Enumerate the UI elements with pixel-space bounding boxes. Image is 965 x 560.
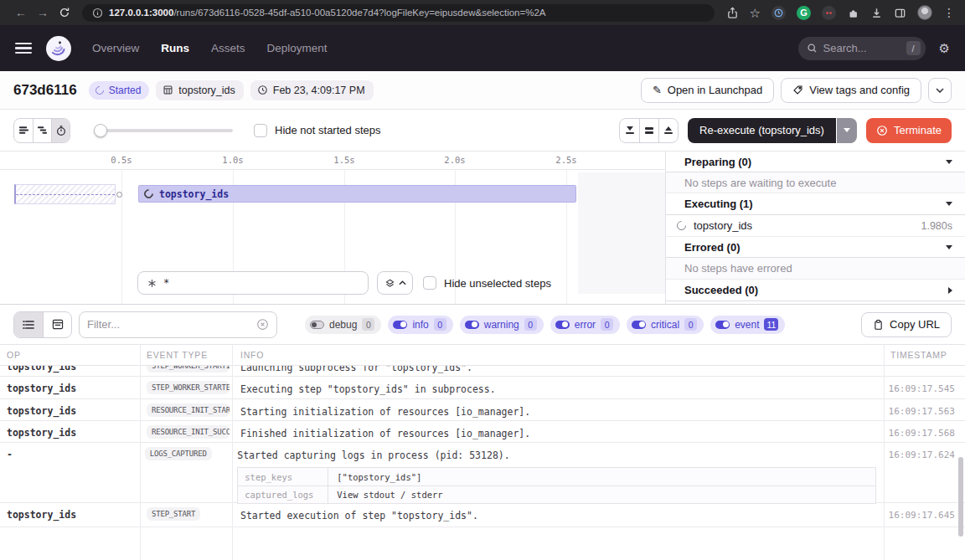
view-tags-config-button[interactable]: View tags and config <box>781 78 921 103</box>
log-toolbar: debug 0 info 0 warning 0 error 0 <box>0 305 965 344</box>
log-row[interactable]: topstory_ids RESOURCE_INIT_STAR… Startin… <box>0 399 965 421</box>
open-in-launchpad-button[interactable]: ✎ Open in Launchpad <box>641 78 774 103</box>
nav-runs[interactable]: Runs <box>161 42 189 54</box>
step-selector-input[interactable] <box>137 271 369 295</box>
log-row[interactable]: topstory_ids STEP_WORKER_STARTI… Launchi… <box>0 366 965 377</box>
gantt-chart: 0.5s 1.0s 1.5s 2.0s 2.5s topstory_ids <box>0 152 666 304</box>
layout-waterfall-icon[interactable] <box>33 119 51 142</box>
hide-not-started-checkbox[interactable]: Hide not started steps <box>254 124 380 137</box>
copy-url-button[interactable]: Copy URL <box>861 312 952 337</box>
search-placeholder: Search... <box>823 42 900 54</box>
executing-step-row[interactable]: topstory_ids 1.980s <box>666 215 965 237</box>
layout-flat-icon[interactable] <box>14 119 33 142</box>
site-info-icon[interactable] <box>92 8 103 18</box>
download-icon[interactable] <box>870 7 883 19</box>
hide-unselected-checkbox[interactable]: Hide unselected steps <box>423 271 551 295</box>
run-actions-dropdown-button[interactable] <box>928 78 952 103</box>
step-selector-value[interactable] <box>163 277 359 289</box>
browser-back-icon[interactable]: ← <box>10 6 32 19</box>
log-row[interactable]: topstory_ids RESOURCE_INIT_SUCC… Finishe… <box>0 421 965 443</box>
log-level-toggle-critical[interactable]: critical 0 <box>627 316 704 334</box>
main-nav: Overview Runs Assets Deployment <box>92 42 328 54</box>
job-tag[interactable]: topstory_ids <box>156 80 243 100</box>
gantt-canvas[interactable]: topstory_ids Hide unselected step <box>0 170 665 304</box>
gantt-time-axis: 0.5s 1.0s 1.5s 2.0s 2.5s <box>0 152 665 170</box>
log-row[interactable]: - LOGS_CAPTURED Started capturing logs i… <box>0 443 965 503</box>
log-table-header: OP EVENT TYPE INFO TIMESTAMP <box>0 344 965 366</box>
hamburger-menu-icon[interactable] <box>15 43 32 54</box>
section-preparing[interactable]: Preparing (0) <box>666 152 965 172</box>
section-executing[interactable]: Executing (1) <box>666 193 965 215</box>
log-level-toggle-error[interactable]: error 0 <box>550 316 620 334</box>
log-level-toggle-warning[interactable]: warning 0 <box>460 316 544 334</box>
gantt-overflow-zone <box>578 172 665 294</box>
section-errored[interactable]: Errored (0) <box>666 237 965 258</box>
split-panels-icon[interactable] <box>639 119 658 142</box>
browser-menu-kebab-icon[interactable]: ⋮ <box>943 7 955 18</box>
extension-clock-icon[interactable] <box>771 6 786 20</box>
log-row[interactable]: topstory_ids STEP_WORKER_STARTED Executi… <box>0 377 965 399</box>
toggle-on-icon <box>465 321 479 329</box>
log-row[interactable]: topstory_ids STEP_START Started executio… <box>0 503 965 527</box>
dagster-logo[interactable] <box>45 35 72 62</box>
reexecute-button[interactable]: Re-execute (topstory_ids) <box>688 118 836 143</box>
graph-query-button[interactable] <box>377 271 413 295</box>
log-level-filters: debug 0 info 0 warning 0 error 0 <box>305 316 785 334</box>
level-count-badge: 0 <box>601 318 613 331</box>
slider-knob[interactable] <box>94 124 107 137</box>
layout-timing-stopwatch-icon[interactable] <box>51 119 70 142</box>
log-level-toggle-event[interactable]: event 11 <box>710 316 785 334</box>
run-datetime-tag[interactable]: Feb 23, 4:09:17 PM <box>250 80 374 100</box>
gantt-step-bar[interactable]: topstory_ids <box>138 185 576 203</box>
reexecute-dropdown-caret[interactable] <box>837 118 857 143</box>
section-errored-empty: No steps have errored <box>666 258 965 280</box>
browser-profile-avatar[interactable] <box>917 5 932 20</box>
filter-input[interactable] <box>87 318 251 331</box>
reexecute-split-button: Re-execute (topstory_ids) <box>688 118 857 143</box>
expand-panel-up-icon[interactable] <box>658 119 678 142</box>
nav-overview[interactable]: Overview <box>92 42 139 54</box>
col-header-timestamp: TIMESTAMP <box>884 350 965 360</box>
nav-deployment[interactable]: Deployment <box>267 42 328 54</box>
axis-tick: 2.5s <box>555 155 576 165</box>
section-succeeded[interactable]: Succeeded (0) <box>666 280 965 301</box>
share-icon[interactable] <box>726 7 739 19</box>
global-search[interactable]: Search... / <box>798 37 926 60</box>
col-header-info: INFO <box>232 350 884 360</box>
axis-tick: 2.0s <box>444 155 465 165</box>
gantt-zoom-slider[interactable] <box>94 124 233 137</box>
circle-x-icon <box>876 125 888 136</box>
panel-split-controls <box>619 118 679 143</box>
extensions-puzzle-icon[interactable] <box>847 7 859 19</box>
bookmark-star-icon[interactable]: ☆ <box>750 7 761 19</box>
log-list-view-icon[interactable] <box>14 312 43 337</box>
log-filter-input[interactable] <box>79 311 277 338</box>
layers-icon <box>384 278 395 289</box>
log-level-toggle-debug[interactable]: debug 0 <box>305 316 381 334</box>
checkbox-icon[interactable] <box>254 124 267 137</box>
level-count-badge: 0 <box>362 318 374 331</box>
view-stdout-stderr-link[interactable]: View stdout / stderr <box>328 490 442 500</box>
extension-robot-icon[interactable] <box>822 6 836 20</box>
chevron-down-icon <box>936 88 944 93</box>
toggle-on-icon <box>632 321 646 329</box>
browser-forward-icon[interactable]: → <box>32 6 54 19</box>
section-preparing-empty: No steps are waiting to execute <box>666 172 965 193</box>
checkbox-icon[interactable] <box>423 276 436 290</box>
browser-reload-icon[interactable] <box>54 7 75 18</box>
nav-assets[interactable]: Assets <box>211 42 245 54</box>
level-count-badge: 11 <box>764 318 778 331</box>
log-level-toggle-info[interactable]: info 0 <box>388 316 452 334</box>
extension-grammarly-icon[interactable]: G <box>797 6 811 20</box>
log-structured-view-icon[interactable] <box>43 312 71 337</box>
settings-gear-icon[interactable]: ⚙ <box>939 41 950 56</box>
terminate-button[interactable]: Terminate <box>866 118 952 143</box>
pencil-icon: ✎ <box>653 84 662 96</box>
sidebar-toggle-icon[interactable] <box>894 7 906 19</box>
search-icon <box>807 43 818 54</box>
collapse-panel-down-icon[interactable] <box>620 119 639 142</box>
clear-filter-icon[interactable] <box>256 318 269 331</box>
gantt-queued-bar[interactable] <box>14 184 116 204</box>
address-bar[interactable]: 127.0.0.1:3000/runs/673d6116-0528-45df-a… <box>82 4 715 22</box>
log-scrollbar-thumb[interactable] <box>958 457 963 537</box>
